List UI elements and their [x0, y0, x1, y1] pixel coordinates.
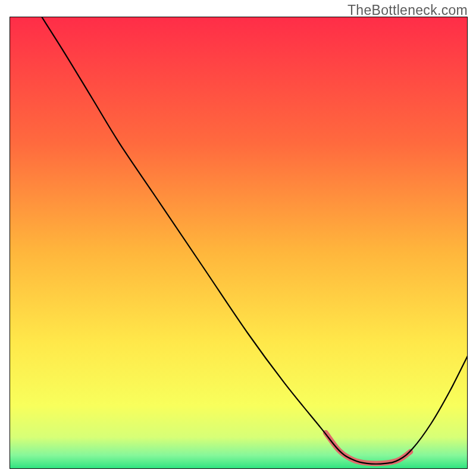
- plot-area: [10, 17, 468, 469]
- chart-container: TheBottleneck.com: [0, 0, 476, 476]
- watermark-text: TheBottleneck.com: [347, 2, 468, 18]
- chart-svg: [10, 17, 468, 469]
- gradient-background: [10, 17, 468, 469]
